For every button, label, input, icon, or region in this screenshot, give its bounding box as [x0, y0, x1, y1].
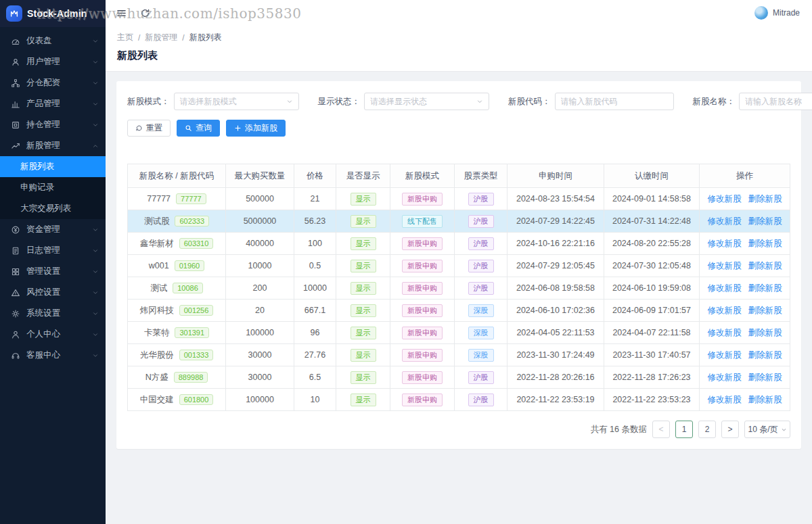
sidebar-item[interactable]: 风控设置 [0, 282, 106, 303]
sidebar-item[interactable]: 客服中心 [0, 345, 106, 366]
type-cell: 沪股 [455, 210, 508, 233]
type-cell: 沪股 [455, 255, 508, 277]
table-row: 中国交建60180010000010显示新股申购沪股2022-11-22 23:… [128, 389, 790, 411]
reset-button[interactable]: 重置 [127, 120, 171, 137]
apply-time-cell: 2024-06-10 17:02:36 [508, 300, 604, 322]
apply-time-cell: 2024-10-16 22:21:16 [508, 233, 604, 255]
breadcrumb-parent[interactable]: 新股管理 [145, 32, 177, 43]
delete-stock-link[interactable]: 删除新股 [748, 283, 782, 293]
stock-name: 77777 [147, 194, 171, 204]
status-select[interactable]: 请选择显示状态 [364, 93, 489, 110]
add-stock-button[interactable]: 添加新股 [226, 120, 286, 137]
delete-stock-link[interactable]: 删除新股 [748, 216, 782, 226]
pay-time-cell: 2024-08-20 22:55:28 [604, 233, 700, 255]
stock-code-tag: 001256 [179, 305, 214, 316]
users-icon [11, 57, 20, 67]
user-menu[interactable]: Mitrade [754, 6, 800, 20]
delete-stock-link[interactable]: 删除新股 [748, 239, 782, 248]
edit-stock-link[interactable]: 修改新股 [708, 306, 742, 315]
mode-select[interactable]: 请选择新股模式 [174, 93, 299, 110]
column-header: 最大购买数量 [226, 164, 294, 188]
search-button[interactable]: 查询 [177, 120, 220, 137]
edit-stock-link[interactable]: 修改新股 [708, 261, 742, 270]
sidebar-item[interactable]: 系统设置 [0, 303, 106, 324]
name-input[interactable] [739, 93, 812, 110]
edit-stock-link[interactable]: 修改新股 [708, 373, 742, 382]
app-logo-icon [6, 5, 22, 22]
delete-stock-link[interactable]: 删除新股 [748, 328, 782, 337]
sidebar-item-label: 持仓管理 [26, 119, 92, 130]
edit-stock-link[interactable]: 修改新股 [708, 350, 742, 360]
max-buy-cell: 5000000 [226, 210, 294, 233]
page-button[interactable]: 2 [698, 421, 716, 438]
delete-stock-link[interactable]: 删除新股 [748, 194, 782, 204]
logo: Stock-Admin [0, 0, 106, 27]
code-filter-label: 新股代码： [508, 96, 551, 108]
code-input[interactable] [555, 93, 674, 110]
refresh-icon[interactable] [139, 7, 152, 20]
breadcrumb: 主页 / 新股管理 / 新股列表 [117, 32, 800, 43]
sidebar-item-label: 资金管理 [26, 224, 92, 235]
sidebar-item[interactable]: 用户管理 [0, 51, 106, 72]
display-cell: 显示 [336, 389, 390, 411]
mode-cell: 新股申购 [390, 188, 455, 210]
actions-cell: 修改新股删除新股 [700, 210, 790, 233]
actions-cell: 修改新股删除新股 [700, 277, 790, 300]
page-title: 新股列表 [117, 49, 800, 62]
sidebar-item[interactable]: 分仓配资 [0, 72, 106, 93]
stock-mode-tag: 新股申购 [402, 327, 443, 339]
pay-time-cell: 2024-04-07 22:11:58 [604, 322, 700, 344]
mode-cell: 新股申购 [390, 366, 455, 389]
sidebar-subitem[interactable]: 大宗交易列表 [0, 198, 106, 219]
name-filter-label: 新股名称： [693, 96, 736, 108]
collapse-menu-icon[interactable] [115, 7, 128, 20]
apply-time-cell: 2024-07-29 12:05:45 [508, 255, 604, 277]
stock-type-tag: 沪股 [468, 260, 494, 272]
sidebar-item[interactable]: 仪表盘 [0, 30, 106, 51]
prev-page-button[interactable]: < [652, 421, 670, 438]
edit-stock-link[interactable]: 修改新股 [708, 194, 742, 204]
actions-cell: 修改新股删除新股 [700, 233, 790, 255]
display-status-tag: 显示 [351, 349, 376, 362]
display-status-tag: 显示 [351, 260, 376, 272]
stock-type-tag: 沪股 [468, 215, 494, 228]
stock-name-cell: 炜冈科技001256 [128, 300, 226, 322]
sidebar-item[interactable]: 管理设置 [0, 261, 106, 282]
next-page-button[interactable]: > [721, 421, 739, 438]
chevron-down-icon [92, 80, 99, 87]
sidebar-item[interactable]: 个人中心 [0, 324, 106, 345]
sidebar-item[interactable]: 日志管理 [0, 240, 106, 261]
sidebar-item[interactable]: 资金管理 [0, 219, 106, 240]
delete-stock-link[interactable]: 删除新股 [748, 395, 782, 404]
delete-stock-link[interactable]: 删除新股 [748, 350, 782, 360]
display-cell: 显示 [336, 300, 390, 322]
display-status-tag: 显示 [351, 237, 376, 250]
search-button-label: 查询 [196, 122, 212, 134]
page-size-select[interactable]: 10 条/页 [744, 421, 790, 438]
edit-stock-link[interactable]: 修改新股 [708, 395, 742, 404]
sidebar-subitem[interactable]: 申购记录 [0, 177, 106, 198]
delete-stock-link[interactable]: 删除新股 [748, 261, 782, 270]
sidebar-item[interactable]: 产品管理 [0, 93, 106, 114]
edit-stock-link[interactable]: 修改新股 [708, 328, 742, 337]
page-button[interactable]: 1 [675, 421, 693, 438]
breadcrumb-home[interactable]: 主页 [117, 32, 133, 43]
sidebar-subitem[interactable]: 新股列表 [0, 156, 106, 177]
column-header: 申购时间 [508, 164, 604, 188]
sidebar-item[interactable]: 持仓管理 [0, 114, 106, 135]
edit-stock-link[interactable]: 修改新股 [708, 216, 742, 226]
search-icon [185, 124, 192, 132]
edit-stock-link[interactable]: 修改新股 [708, 239, 742, 248]
sidebar-item-label: 产品管理 [26, 98, 92, 110]
delete-stock-link[interactable]: 删除新股 [748, 306, 782, 315]
display-cell: 显示 [336, 366, 390, 389]
column-header: 价格 [294, 164, 336, 188]
edit-stock-link[interactable]: 修改新股 [708, 283, 742, 293]
page-header: 主页 / 新股管理 / 新股列表 新股列表 [106, 26, 812, 72]
delete-stock-link[interactable]: 删除新股 [748, 373, 782, 382]
actions-cell: 修改新股删除新股 [700, 322, 790, 344]
pay-time-cell: 2024-07-31 14:22:48 [604, 210, 700, 233]
sidebar-item[interactable]: 新股管理 [0, 135, 106, 156]
share-icon [11, 78, 20, 88]
chevron-down-icon [92, 289, 99, 296]
